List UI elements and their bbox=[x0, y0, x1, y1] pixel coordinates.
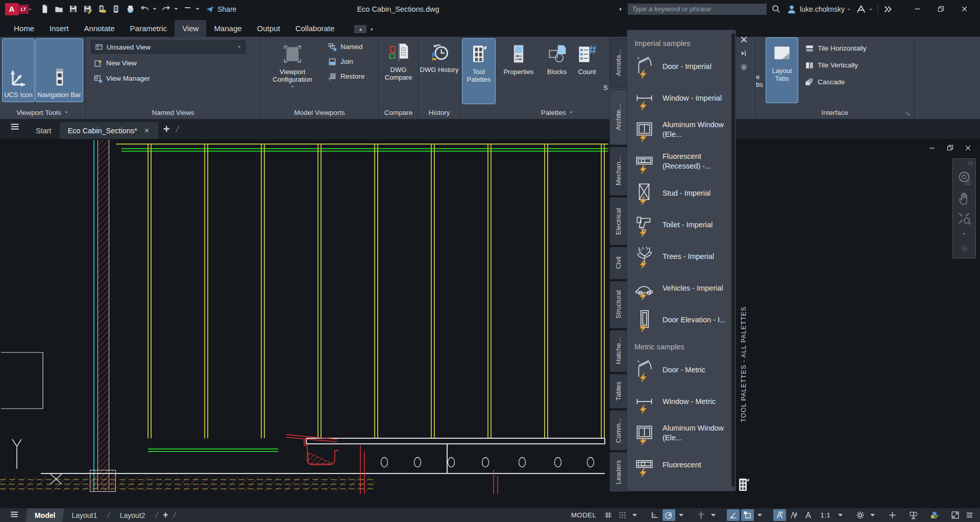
drawing-restore-icon[interactable] bbox=[946, 144, 954, 152]
redo-button[interactable] bbox=[159, 3, 173, 16]
palette-item-window-metric[interactable]: Window - Metric bbox=[627, 386, 736, 417]
ribbon-tab-output[interactable]: Output bbox=[250, 20, 288, 37]
ucs-icon-toggle[interactable]: UCS Icon bbox=[3, 39, 34, 102]
steering-wheel-2d-icon[interactable]: 2D bbox=[957, 171, 972, 186]
graphics-performance-icon[interactable] bbox=[928, 509, 941, 521]
app-menu-button[interactable]: A LT bbox=[5, 3, 33, 15]
search-icon[interactable] bbox=[771, 4, 782, 15]
ribbon-tab-view[interactable]: View bbox=[175, 20, 206, 37]
view-dropdown[interactable]: Unsaved View bbox=[91, 40, 246, 54]
polar-tracking-dropdown[interactable] bbox=[677, 509, 687, 521]
pan-hand-icon[interactable] bbox=[957, 191, 972, 206]
qat-customize-button-dropdown[interactable] bbox=[195, 3, 201, 16]
palette-item-stud-imperial[interactable]: Stud - Imperial bbox=[627, 177, 736, 209]
zoom-extents-icon[interactable] bbox=[957, 210, 972, 226]
palette-autohide-icon[interactable] bbox=[740, 50, 748, 57]
palette-tab-archite[interactable]: Archite... bbox=[609, 89, 627, 145]
save-as-button[interactable] bbox=[81, 3, 94, 16]
close-button[interactable] bbox=[953, 2, 975, 17]
palette-properties-icon[interactable] bbox=[740, 63, 748, 71]
ribbon-tab-annotate[interactable]: Annotate bbox=[77, 20, 122, 37]
layout-tabs-button[interactable]: Layout Tabs bbox=[766, 38, 798, 103]
ribbon-tab-manage[interactable]: Manage bbox=[206, 20, 249, 37]
open-from-web-mobile-button[interactable] bbox=[109, 3, 122, 16]
minimize-button[interactable] bbox=[906, 2, 928, 17]
new-drawing-button[interactable]: + bbox=[163, 123, 170, 136]
ribbon-collapse-dropdown[interactable]: ▾ bbox=[368, 25, 375, 33]
tile-vertically-button[interactable]: Tile Vertically bbox=[802, 59, 869, 72]
tab-layout1[interactable]: Layout1 bbox=[63, 508, 105, 522]
palette-scrollbar[interactable] bbox=[731, 33, 735, 487]
palette-item-fluorescent[interactable]: Fluorescent bbox=[627, 449, 736, 481]
ribbon-tab-parametric[interactable]: Parametric bbox=[122, 20, 175, 37]
annotation-autoscale-icon[interactable] bbox=[788, 509, 800, 521]
undo-button-dropdown[interactable] bbox=[152, 3, 158, 16]
palette-item-toilet-imperial[interactable]: Toilet - Imperial bbox=[627, 209, 736, 241]
model-space-toggle[interactable]: MODEL bbox=[567, 509, 601, 521]
status-plus-icon[interactable] bbox=[886, 509, 899, 521]
clean-screen-icon[interactable] bbox=[949, 509, 962, 521]
annotation-visibility-icon[interactable] bbox=[773, 509, 786, 521]
annotation-scale-value[interactable]: 1:1 bbox=[816, 509, 835, 521]
viewport-restore-button[interactable]: Restore bbox=[325, 70, 366, 83]
palette-item-aluminum-window-ele[interactable]: Aluminum Window (Ele... bbox=[627, 417, 736, 449]
workspace-switching-icon[interactable] bbox=[854, 509, 867, 521]
palette-item-door-metric[interactable]: Door - Metric bbox=[627, 354, 736, 386]
blocks-button[interactable]: Blocks bbox=[542, 39, 572, 104]
navbar-customize-icon[interactable] bbox=[961, 245, 968, 252]
dwg-compare-button[interactable]: DWG Compare bbox=[380, 37, 418, 102]
ribbon-tab-collaborate[interactable]: Collaborate bbox=[288, 20, 342, 37]
tab-start[interactable]: Start bbox=[28, 122, 60, 139]
polar-tracking-icon[interactable] bbox=[663, 509, 675, 521]
object-snap-dropdown[interactable] bbox=[755, 509, 765, 521]
dwg-history-button[interactable]: DWG History bbox=[420, 37, 459, 102]
palette-tab-hatche[interactable]: Hatche... bbox=[609, 330, 627, 372]
palette-item-fluorescent-recessed[interactable]: Fluorescent (Recessed) -... bbox=[627, 146, 736, 177]
annotation-scale-icon[interactable] bbox=[802, 509, 815, 521]
isometric-drafting-dropdown[interactable] bbox=[709, 509, 719, 521]
restore-button[interactable] bbox=[930, 2, 951, 17]
file-tabs-menu-button[interactable] bbox=[9, 121, 20, 134]
navbar-dropdown-icon[interactable] bbox=[961, 231, 967, 237]
palette-tab-comm[interactable]: Comm... bbox=[609, 410, 627, 451]
view-manager-button[interactable]: View Manager bbox=[91, 72, 260, 85]
palette-item-aluminum-window-ele[interactable]: Aluminum Window (Ele... bbox=[627, 114, 736, 146]
cascade-button[interactable]: Cascade bbox=[802, 76, 869, 88]
file-tabs-button-clipped[interactable]: ebs bbox=[756, 39, 765, 102]
palette-item-door-elevation-i[interactable]: Door Elevation - I... bbox=[627, 304, 736, 336]
ribbon-tab-home[interactable]: Home bbox=[6, 20, 42, 37]
palette-tab-structural[interactable]: Structural bbox=[609, 281, 627, 328]
layout-menu-button[interactable] bbox=[9, 509, 19, 521]
open-file-button[interactable] bbox=[52, 3, 65, 16]
panel-launcher-icon[interactable] bbox=[905, 111, 910, 116]
viewport-named-button[interactable]: Named bbox=[325, 40, 366, 53]
palette-tab-tables[interactable]: Tables bbox=[609, 374, 627, 409]
new-file-button[interactable] bbox=[38, 3, 51, 16]
redo-button-dropdown[interactable] bbox=[174, 3, 180, 16]
viewport-configuration-button[interactable]: Viewport Configuration bbox=[264, 39, 321, 104]
qat-customize-button[interactable] bbox=[181, 3, 194, 16]
ribbon-collapse-button[interactable]: ▲ bbox=[354, 25, 366, 33]
object-snap-tracking-icon[interactable] bbox=[727, 509, 740, 521]
palette-tab-mechan[interactable]: Mechan... bbox=[609, 147, 627, 196]
panel-label-viewport-tools[interactable]: Viewport Tools bbox=[0, 106, 85, 119]
ortho-mode-icon[interactable] bbox=[648, 509, 661, 521]
ribbon-tab-insert[interactable]: Insert bbox=[42, 20, 77, 37]
drawing-minimize-icon[interactable] bbox=[928, 144, 936, 152]
search-expand-icon[interactable] bbox=[618, 6, 624, 12]
search-input[interactable] bbox=[628, 4, 767, 15]
new-view-button[interactable]: New View bbox=[91, 57, 260, 69]
navigation-bar-toggle[interactable]: Navigation Bar bbox=[36, 39, 83, 102]
properties-button[interactable]: Properties bbox=[496, 39, 541, 104]
isometric-drafting-icon[interactable] bbox=[695, 509, 707, 521]
close-tab-icon[interactable] bbox=[143, 127, 150, 134]
customization-icon[interactable] bbox=[963, 509, 976, 521]
share-button[interactable]: Share bbox=[205, 5, 236, 14]
snap-mode-icon[interactable] bbox=[616, 509, 629, 521]
drawing-close-icon[interactable] bbox=[964, 144, 972, 152]
palette-tab-electrical[interactable]: Electrical bbox=[609, 197, 627, 245]
tab-layout2[interactable]: Layout2 bbox=[112, 508, 154, 522]
autodesk-app-menu[interactable] bbox=[855, 4, 873, 15]
drawing-canvas[interactable]: 2D bbox=[0, 139, 980, 508]
user-account-menu[interactable]: luke.cholmsky bbox=[786, 4, 851, 15]
